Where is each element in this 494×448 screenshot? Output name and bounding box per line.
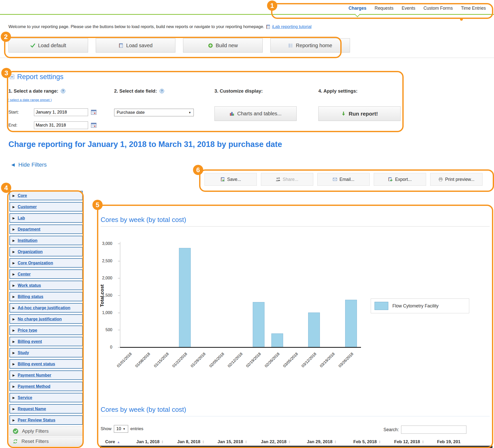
email-button[interactable]: Email... xyxy=(317,173,370,186)
chevron-down-icon: ▼ xyxy=(123,427,126,430)
sort-icon: ▲▼ xyxy=(422,440,424,444)
filter-item-institution[interactable]: ▶Institution xyxy=(9,236,83,245)
bar xyxy=(345,300,357,347)
end-date-row: End: xyxy=(8,121,97,129)
nav-tab-custom-forms[interactable]: Custom Forms xyxy=(424,6,453,11)
run-report-button[interactable]: Run report! xyxy=(318,106,401,121)
check-circle-icon xyxy=(13,428,18,434)
expand-triangle-icon: ▶ xyxy=(13,295,15,298)
filter-item-center[interactable]: ▶Center xyxy=(9,269,83,279)
filter-item-billing-event[interactable]: ▶Billing event xyxy=(9,337,83,346)
legend-swatch xyxy=(375,302,388,310)
export-button[interactable]: Export... xyxy=(374,173,426,186)
filter-item-study[interactable]: ▶Study xyxy=(9,348,83,357)
annotation-number-1: 1 xyxy=(267,1,277,11)
left-arrow-icon: ◄ xyxy=(10,161,16,168)
step4-heading: 4. Apply settings: xyxy=(318,88,358,94)
table-body-edge xyxy=(100,446,492,448)
sort-icon: ▲▼ xyxy=(202,440,204,444)
page-title: Charge reporting for January 1, 2018 to … xyxy=(8,140,282,149)
annotation-dot xyxy=(460,18,463,21)
save-button[interactable]: Save... xyxy=(204,173,257,186)
filter-item-core[interactable]: ▶Core xyxy=(9,191,83,200)
column-header-feb-12-2018[interactable]: Feb 12, 2018▲▼ xyxy=(394,439,437,444)
refresh-icon xyxy=(13,439,18,444)
bar xyxy=(308,313,320,347)
welcome-message: Welcome to your reporting page. Please u… xyxy=(8,24,264,29)
collapse-minus-icon[interactable] xyxy=(10,74,15,79)
nav-tab-events[interactable]: Events xyxy=(402,6,415,11)
search-input[interactable] xyxy=(401,426,466,434)
end-label: End: xyxy=(8,123,34,128)
filter-item-payment-method[interactable]: ▶Payment Method xyxy=(9,382,83,391)
column-header-feb-5-2018[interactable]: Feb 5, 2018▲▼ xyxy=(353,439,394,444)
print-preview-button[interactable]: Print preview... xyxy=(430,173,483,186)
expand-triangle-icon: ▶ xyxy=(13,272,15,276)
reporting-home-button[interactable]: Reporting home xyxy=(270,38,350,53)
sort-icon: ▲▼ xyxy=(288,440,291,444)
hide-filters-link[interactable]: ◄ Hide Filters xyxy=(10,161,47,168)
column-header-feb-19-201[interactable]: Feb 19, 201 xyxy=(437,439,475,444)
nav-tab-charges[interactable]: Charges xyxy=(348,6,366,11)
column-header-jan-8-2018[interactable]: Jan 8, 2018▲▼ xyxy=(177,439,218,444)
help-icon[interactable]: ? xyxy=(159,89,164,94)
filter-item-billing-event-status[interactable]: ▶Billing event status xyxy=(9,359,83,369)
filter-item-organization[interactable]: ▶Organization xyxy=(9,247,83,256)
report-settings-header[interactable]: Report settings xyxy=(10,73,64,81)
calendar-icon[interactable] xyxy=(91,122,97,128)
bar xyxy=(253,302,264,347)
filter-item-ad-hoc-charge-justification[interactable]: ▶Ad-hoc charge justification xyxy=(9,303,83,313)
column-header-jan-29-2018[interactable]: Jan 29, 2018▲▼ xyxy=(307,439,353,444)
annotation-number-5: 5 xyxy=(92,200,103,210)
save-notebook-icon xyxy=(220,177,225,182)
expand-triangle-icon: ▶ xyxy=(13,351,15,355)
check-icon xyxy=(30,43,35,48)
filter-item-customer[interactable]: ▶Customer xyxy=(9,202,83,211)
expand-triangle-icon: ▶ xyxy=(13,194,15,197)
sort-ascending-icon: ▲ xyxy=(117,440,120,444)
end-date-input[interactable] xyxy=(34,121,88,129)
expand-triangle-icon: ▶ xyxy=(13,362,15,366)
tutorial-link[interactable]: iLab reporting tutorial xyxy=(272,24,311,29)
column-header-jan-22-2018[interactable]: Jan 22, 2018▲▼ xyxy=(261,439,307,444)
filter-item-payment-number[interactable]: ▶Payment Number xyxy=(9,370,83,380)
expand-triangle-icon: ▶ xyxy=(13,385,15,388)
y-axis-tick-labels: 05001,0001,5002,0002,5003,000 xyxy=(93,244,116,348)
filter-item-service[interactable]: ▶Service xyxy=(9,393,83,402)
svg-text:?: ? xyxy=(62,89,64,93)
expand-triangle-icon: ▶ xyxy=(13,418,15,422)
chart-title: Cores by week (by total cost) xyxy=(101,216,490,227)
expand-triangle-icon: ▶ xyxy=(13,340,15,343)
load-saved-button[interactable]: Load saved xyxy=(96,38,175,53)
column-header-jan-1-2018[interactable]: Jan 1, 2018▲▼ xyxy=(136,439,177,444)
filter-item-price-type[interactable]: ▶Price type xyxy=(9,326,83,335)
filter-item-department[interactable]: ▶Department xyxy=(9,225,83,234)
share-button[interactable]: Share... xyxy=(261,173,313,186)
filter-item-core-organization[interactable]: ▶Core Organization xyxy=(9,258,83,268)
filter-item-no-charge-justification[interactable]: ▶No charge justification xyxy=(9,314,83,324)
expand-triangle-icon: ▶ xyxy=(13,205,15,209)
filter-item-lab[interactable]: ▶Lab xyxy=(9,213,83,223)
start-date-input[interactable] xyxy=(34,108,88,116)
entries-select[interactable]: 10 ▼ xyxy=(114,425,128,433)
calendar-icon[interactable] xyxy=(91,109,97,115)
nav-tab-time-entries[interactable]: Time Entries xyxy=(461,6,486,11)
help-icon[interactable]: ? xyxy=(61,89,66,94)
expand-triangle-icon: ▶ xyxy=(13,250,15,254)
filter-item-billing-status[interactable]: ▶Billing status xyxy=(9,292,83,301)
load-default-button[interactable]: Load default xyxy=(8,38,88,53)
nav-tab-requests[interactable]: Requests xyxy=(375,6,393,11)
charts-and-tables-button[interactable]: Charts and tables... xyxy=(214,106,297,121)
build-new-button[interactable]: Build new xyxy=(183,38,263,53)
filter-item-work-status[interactable]: ▶Work status xyxy=(9,281,83,290)
filter-item-peer-review-status[interactable]: ▶Peer Review Status xyxy=(9,415,83,425)
column-header-core[interactable]: Core▲ xyxy=(105,439,136,444)
filter-item-request-name[interactable]: ▶Request Name xyxy=(9,404,83,414)
legend-label: Flow Cytometry Facility xyxy=(392,303,439,309)
expand-triangle-icon: ▶ xyxy=(13,284,15,287)
date-range-preset-link[interactable]: ( select a date range preset ) xyxy=(8,98,52,102)
reset-filters-button[interactable]: Reset Filters xyxy=(9,437,83,446)
column-header-jan-15-2018[interactable]: Jan 15, 2018▲▼ xyxy=(218,439,261,444)
date-field-select[interactable]: Purchase date ▼ xyxy=(114,109,194,116)
apply-filters-button[interactable]: Apply Filters xyxy=(9,427,83,436)
